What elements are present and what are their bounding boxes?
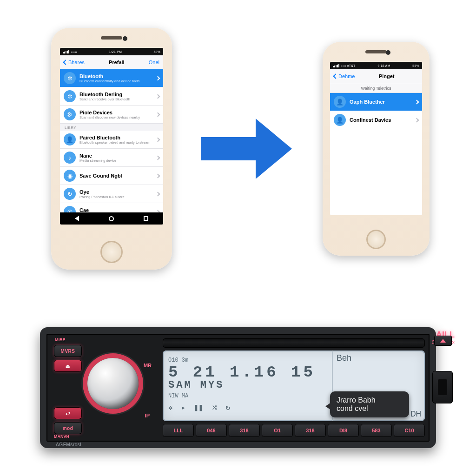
item-subtitle: Bluetooth speaker paired and ready to st… bbox=[79, 140, 152, 145]
avatar-icon: 👤 bbox=[334, 96, 346, 108]
item-title: Paired Bluetooth bbox=[79, 135, 152, 140]
earpiece bbox=[365, 50, 387, 53]
back-softkey[interactable] bbox=[75, 216, 79, 221]
carrier-label: •••• AT&T bbox=[341, 64, 356, 67]
home-button[interactable] bbox=[366, 230, 386, 249]
chevron-right-icon bbox=[156, 94, 160, 99]
item-title: Oaph Bluether bbox=[350, 99, 411, 105]
avatar-icon: 👤 bbox=[64, 133, 76, 145]
chevron-left-icon bbox=[333, 73, 338, 79]
chevron-left-icon bbox=[63, 60, 68, 65]
phone-right-screen: •••• AT&T 9:18 AM 55% Dehme Pinget Waiti… bbox=[330, 62, 422, 215]
eject-button[interactable]: ⏏ bbox=[54, 360, 82, 372]
preset-button[interactable]: 318 bbox=[229, 424, 260, 437]
back-button[interactable]: Dehme bbox=[334, 73, 355, 79]
devices-list[interactable]: 👤Oaph Bluether👤Confinest Davies bbox=[330, 93, 422, 215]
clock-label: 9:18 AM bbox=[377, 64, 390, 67]
list-item[interactable]: ↻OyePairing Phoneston 6.1 s dare bbox=[60, 185, 163, 203]
knob-label-ip: IP bbox=[145, 413, 150, 418]
play-icon: ▸ bbox=[181, 403, 186, 412]
model-label: AGFMsrcsI bbox=[56, 442, 81, 447]
sync-icon: ↻ bbox=[64, 188, 76, 200]
lcd-line-1: 5 21 1.16 15 bbox=[168, 364, 326, 381]
usb-slot[interactable] bbox=[432, 371, 453, 403]
item-title: Oye bbox=[79, 189, 152, 195]
item-title: Cae bbox=[79, 207, 152, 213]
chevron-right-icon bbox=[156, 112, 160, 117]
list-item[interactable]: ⚙Piole DevicesScan and discover new devi… bbox=[60, 106, 163, 124]
list-item[interactable]: ◉Save Gound Ngbl bbox=[60, 167, 163, 185]
chevron-right-icon bbox=[415, 99, 419, 104]
section-header: LIBRY bbox=[60, 124, 163, 131]
source-button[interactable]: MVRS bbox=[54, 345, 82, 357]
battery-label: 55% bbox=[412, 64, 419, 67]
mode-button[interactable]: mod bbox=[54, 422, 82, 434]
bubble-line-2: cond cvel bbox=[337, 404, 403, 413]
home-button[interactable] bbox=[100, 241, 123, 263]
item-subtitle: Send and receive over Bluetooth bbox=[79, 97, 152, 101]
lcd-display: O10 3m 5 21 1.16 15 SAM MYS NIW MA ✲ ▸ ❚… bbox=[163, 350, 425, 421]
settings-list[interactable]: ✲BluetoothBluetooth connectivity and dev… bbox=[60, 69, 163, 212]
preset-button[interactable]: LLL bbox=[163, 424, 194, 437]
preset-button[interactable]: 046 bbox=[196, 424, 227, 437]
list-item[interactable]: ✲BluetoothBluetooth connectivity and dev… bbox=[60, 69, 163, 87]
music-icon: ♪ bbox=[64, 152, 76, 164]
avatar-icon: 👤 bbox=[334, 114, 346, 126]
item-title: Save Gound Ngbl bbox=[79, 173, 152, 178]
disc-eject-button[interactable] bbox=[434, 336, 452, 346]
nav-bar: Dehme Pinget bbox=[330, 69, 422, 83]
item-subtitle: Bluetooth connectivity and device tools bbox=[79, 79, 152, 83]
nav-bar: Bhares Prefall Onel bbox=[60, 55, 163, 69]
lcd-dh-label: DH bbox=[410, 410, 421, 418]
chevron-right-icon bbox=[156, 192, 160, 196]
recents-softkey[interactable] bbox=[144, 216, 148, 221]
preset-row: LLL046318O1318DI8583C10 bbox=[163, 424, 425, 437]
front-camera bbox=[386, 50, 390, 55]
phone-left: ••••• 1:21 PM 58% Bhares Prefall Onel ✲B… bbox=[51, 28, 172, 270]
preset-button[interactable]: C10 bbox=[394, 424, 425, 437]
item-title: Piole Devices bbox=[79, 110, 152, 115]
front-camera bbox=[123, 36, 127, 41]
chevron-right-icon bbox=[156, 173, 160, 178]
home-softkey[interactable] bbox=[109, 216, 114, 221]
back-label: Dehme bbox=[338, 73, 355, 79]
power-button[interactable]: ⮐ bbox=[54, 407, 82, 419]
nav-action[interactable]: Onel bbox=[149, 60, 159, 65]
clock-label: 1:21 PM bbox=[109, 50, 122, 53]
stereo-left-panel: MIBE MVRS ⏏ MR IP ⮐ mod MANVH AGFMsrcsI bbox=[51, 338, 158, 437]
list-item[interactable]: ✲Bluetooth DerlingSend and receive over … bbox=[60, 87, 163, 106]
device-icon: ⚙ bbox=[64, 108, 76, 120]
chevron-right-icon bbox=[156, 210, 160, 212]
status-bar: ••••• 1:21 PM 58% bbox=[60, 48, 163, 55]
list-item[interactable]: 👤Oaph Bluether bbox=[330, 93, 422, 111]
phone-icon: ✆ bbox=[64, 206, 76, 212]
item-title: Nane bbox=[79, 153, 152, 159]
pause-icon: ❚❚ bbox=[194, 403, 203, 412]
shuffle-icon: ⤭ bbox=[212, 403, 218, 412]
chevron-right-icon bbox=[156, 76, 160, 80]
preset-button[interactable]: 583 bbox=[361, 424, 392, 437]
list-item[interactable]: 👤Confinest Davies bbox=[330, 111, 422, 129]
chevron-right-icon bbox=[156, 137, 160, 142]
item-subtitle: Scan and discover new devices nearby bbox=[79, 115, 152, 119]
list-item[interactable]: ✆CaeConnect different PA Cable bbox=[60, 203, 163, 212]
back-button[interactable]: Bhares bbox=[64, 60, 85, 65]
item-title: Bluetooth bbox=[79, 73, 152, 79]
preset-button[interactable]: DI8 bbox=[328, 424, 359, 437]
car-stereo: MIBE MVRS ⏏ MR IP ⮐ mod MANVH AGFMsrcsI … bbox=[40, 327, 436, 448]
item-subtitle: Media streaming device bbox=[79, 159, 152, 163]
repeat-icon: ↻ bbox=[226, 403, 231, 412]
list-item[interactable]: 👤Paired BluetoothBluetooth speaker paire… bbox=[60, 131, 163, 149]
bluetooth-icon: ✲ bbox=[64, 72, 76, 84]
earpiece bbox=[101, 36, 122, 40]
item-title: Bluetooth Derling bbox=[79, 92, 152, 97]
volume-knob[interactable] bbox=[87, 358, 139, 409]
preset-button[interactable]: O1 bbox=[262, 424, 293, 437]
item-subtitle: Pairing Phoneston 6.1 s dare bbox=[79, 195, 152, 199]
list-item[interactable]: ♪NaneMedia streaming device bbox=[60, 149, 163, 167]
battery-label: 58% bbox=[153, 50, 160, 53]
mode-label: MIBE bbox=[55, 337, 66, 342]
bubble-line-1: Jrarro Babh bbox=[337, 396, 403, 404]
cd-slot[interactable] bbox=[163, 338, 425, 348]
preset-button[interactable]: 318 bbox=[295, 424, 326, 437]
